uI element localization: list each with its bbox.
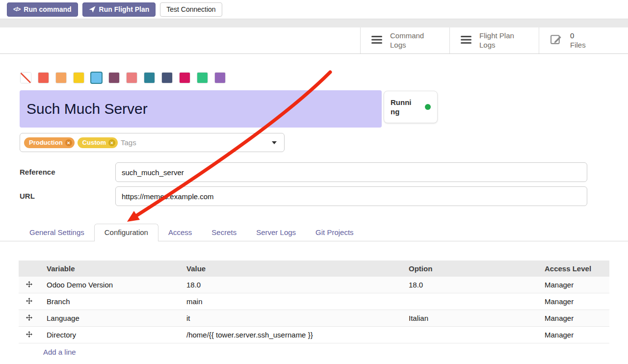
table-row[interactable]: Odoo Demo Version18.018.0Manager xyxy=(19,277,609,293)
row-drag-cell xyxy=(19,327,39,343)
list-lines-icon xyxy=(461,35,471,46)
cell-access-level[interactable]: Manager xyxy=(537,310,609,327)
annotation-arrow-head xyxy=(127,211,140,222)
tag-remove-icon[interactable]: × xyxy=(65,139,72,146)
tab-secrets[interactable]: Secrets xyxy=(202,224,246,241)
tags-placeholder: Tags xyxy=(121,138,136,147)
drag-handle-icon[interactable] xyxy=(26,281,32,287)
tags-input[interactable]: Production×Custom× Tags xyxy=(20,133,285,152)
cell-access-level[interactable]: Manager xyxy=(537,293,609,310)
tab-access[interactable]: Access xyxy=(158,224,202,241)
tab-general-settings[interactable]: General Settings xyxy=(20,224,94,241)
drag-handle-icon[interactable] xyxy=(26,314,32,321)
url-input[interactable] xyxy=(115,186,587,206)
flight-plan-logs-label: Flight Plan Logs xyxy=(479,31,514,50)
files-label: 0 Files xyxy=(570,31,586,50)
swatch-color[interactable] xyxy=(197,73,208,83)
table-header-cell: Option xyxy=(401,260,537,277)
cell-option[interactable] xyxy=(401,293,537,310)
tag-list: Production×Custom× xyxy=(24,137,118,148)
cell-value[interactable]: it xyxy=(179,310,401,327)
table-header-handle xyxy=(19,260,39,277)
tab-configuration[interactable]: Configuration xyxy=(94,224,158,241)
tag-custom[interactable]: Custom× xyxy=(78,137,118,148)
table-row[interactable]: LanguageitItalianManager xyxy=(19,310,609,327)
drag-handle-icon[interactable] xyxy=(26,331,32,338)
separator-strip xyxy=(0,19,628,27)
tag-remove-icon[interactable]: × xyxy=(108,139,115,146)
swatch-color[interactable] xyxy=(109,73,119,83)
status-dot-icon xyxy=(425,104,431,110)
list-lines-icon xyxy=(371,35,382,46)
run-command-label: Run command xyxy=(24,5,71,13)
table-header-cell: Value xyxy=(179,260,401,277)
swatch-color[interactable] xyxy=(215,73,225,83)
cell-option[interactable] xyxy=(401,327,537,343)
swatch-color[interactable] xyxy=(144,73,155,83)
paper-plane-icon xyxy=(89,6,96,13)
cell-option[interactable]: 18.0 xyxy=(401,277,537,293)
url-field-row: URL xyxy=(20,186,628,206)
swatch-color[interactable] xyxy=(127,73,137,83)
swatch-color[interactable] xyxy=(74,73,84,83)
tab-server-logs[interactable]: Server Logs xyxy=(246,224,306,241)
server-name-input[interactable] xyxy=(20,90,382,128)
test-connection-button[interactable]: Test Connection xyxy=(160,2,222,17)
configuration-table: VariableValueOptionAccess Level Odoo Dem… xyxy=(19,260,609,361)
cell-variable[interactable]: Odoo Demo Version xyxy=(39,277,179,293)
add-a-line-link[interactable]: Add a line xyxy=(43,348,76,356)
status-label: Running xyxy=(391,98,414,117)
cell-option[interactable]: Italian xyxy=(401,310,537,327)
config-table-head-row: VariableValueOptionAccess Level xyxy=(19,260,609,277)
row-drag-cell xyxy=(19,293,39,310)
form-header: Command Logs Flight Plan Logs 0 Files xyxy=(0,27,628,54)
table-header-cell: Access Level xyxy=(537,260,609,277)
tag-label: Custom xyxy=(82,139,106,146)
cell-value[interactable]: main xyxy=(179,293,401,310)
command-logs-button[interactable]: Command Logs xyxy=(360,27,449,53)
table-header-cell: Variable xyxy=(39,260,179,277)
row-drag-cell xyxy=(19,310,39,327)
cell-variable[interactable]: Language xyxy=(39,310,179,327)
add-line-row: Add a line xyxy=(19,343,609,362)
run-flight-plan-button[interactable]: Run Flight Plan xyxy=(82,2,156,17)
dropdown-caret-icon[interactable] xyxy=(272,141,277,144)
cell-access-level[interactable]: Manager xyxy=(537,327,609,343)
swatch-color[interactable] xyxy=(38,73,49,83)
code-icon: </> xyxy=(13,6,20,13)
drag-handle-icon[interactable] xyxy=(26,298,32,304)
color-swatches xyxy=(21,73,628,83)
tab-git-projects[interactable]: Git Projects xyxy=(306,224,364,241)
status-badge[interactable]: Running xyxy=(384,91,438,123)
cell-value[interactable]: 18.0 xyxy=(179,277,401,293)
reference-field-row: Reference xyxy=(20,162,628,182)
command-logs-label: Command Logs xyxy=(390,31,424,50)
reference-label: Reference xyxy=(20,162,115,182)
url-label: URL xyxy=(20,186,115,206)
swatch-color[interactable] xyxy=(56,73,66,83)
title-row: Running xyxy=(20,90,628,128)
run-command-button[interactable]: </> Run command xyxy=(7,2,78,17)
top-toolbar: </> Run command Run Flight Plan Test Con… xyxy=(0,0,628,19)
tag-label: Production xyxy=(29,139,63,146)
table-row[interactable]: Directory/home/{{ tower.server.ssh_usern… xyxy=(19,327,609,343)
test-connection-label: Test Connection xyxy=(166,5,215,13)
flight-plan-logs-button[interactable]: Flight Plan Logs xyxy=(449,27,539,53)
cell-variable[interactable]: Directory xyxy=(39,327,179,343)
config-table-body: Odoo Demo Version18.018.0ManagerBranchma… xyxy=(19,277,609,343)
swatch-no-color[interactable] xyxy=(21,73,31,83)
reference-input[interactable] xyxy=(115,162,587,182)
swatch-color[interactable] xyxy=(162,73,172,83)
files-button[interactable]: 0 Files xyxy=(539,27,628,53)
run-flight-plan-label: Run Flight Plan xyxy=(99,5,150,13)
tabs: General SettingsConfigurationAccessSecre… xyxy=(0,223,628,241)
swatch-color[interactable] xyxy=(180,73,190,83)
cell-variable[interactable]: Branch xyxy=(39,293,179,310)
edit-pencil-icon xyxy=(550,33,562,48)
table-row[interactable]: BranchmainManager xyxy=(19,293,609,310)
swatch-color[interactable] xyxy=(91,73,102,83)
cell-value[interactable]: /home/{{ tower.server.ssh_username }} xyxy=(179,327,401,343)
tag-production[interactable]: Production× xyxy=(24,137,75,148)
server-form-page: </> Run command Run Flight Plan Test Con… xyxy=(0,0,628,364)
cell-access-level[interactable]: Manager xyxy=(537,277,609,293)
